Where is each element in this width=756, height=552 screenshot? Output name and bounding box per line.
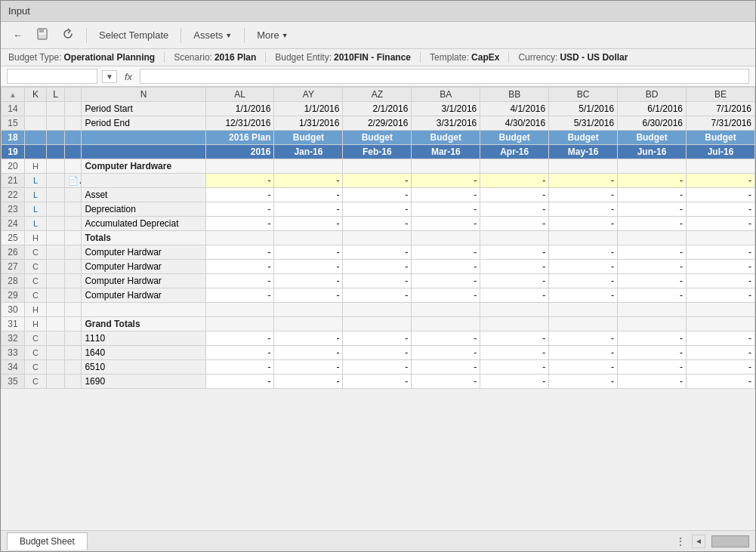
cell-bc[interactable] <box>549 231 618 245</box>
cell-ba[interactable] <box>412 159 480 174</box>
cell-bc[interactable]: May-16 <box>549 145 618 159</box>
cell-ay[interactable]: - <box>274 217 343 231</box>
cell-al[interactable]: - <box>205 346 274 360</box>
cell-bc[interactable]: - <box>549 274 618 288</box>
cell-ay[interactable]: - <box>274 375 343 389</box>
table-row[interactable]: 30H <box>2 303 755 317</box>
cell-be[interactable]: - <box>687 217 755 231</box>
cell-be[interactable]: - <box>687 360 755 375</box>
cell-ay[interactable]: 1/1/2016 <box>274 102 343 116</box>
more-button[interactable]: More ▼ <box>252 27 293 43</box>
table-row[interactable]: 28CComputer Hardwar-------- <box>2 274 755 288</box>
col-header-az[interactable]: AZ <box>343 88 412 102</box>
cell-al[interactable] <box>205 159 274 174</box>
cell-bb[interactable]: Apr-16 <box>480 145 549 159</box>
table-row[interactable]: 29CComputer Hardwar-------- <box>2 288 755 303</box>
cell-al[interactable]: - <box>205 188 274 202</box>
cell-ay[interactable]: Budget <box>274 131 343 145</box>
save-button[interactable] <box>32 26 53 45</box>
cell-bb[interactable]: - <box>480 375 549 389</box>
cell-az[interactable]: Budget <box>343 131 412 145</box>
cell-al[interactable]: - <box>205 217 274 231</box>
cell-az[interactable] <box>343 303 412 317</box>
cell-be[interactable] <box>687 159 755 174</box>
cell-bd[interactable]: - <box>618 217 687 231</box>
cell-bc[interactable]: Budget <box>549 131 618 145</box>
cell-bc[interactable]: 5/31/2016 <box>549 116 618 131</box>
cell-az[interactable]: 2/1/2016 <box>343 102 412 116</box>
cell-al[interactable]: - <box>205 288 274 303</box>
cell-az[interactable]: - <box>343 360 412 375</box>
cell-bd[interactable]: 6/1/2016 <box>618 102 687 116</box>
col-header-bd[interactable]: BD <box>618 88 687 102</box>
cell-ba[interactable] <box>412 231 480 245</box>
cell-az[interactable]: - <box>343 217 412 231</box>
col-header-al[interactable]: AL <box>205 88 274 102</box>
cell-ba[interactable]: - <box>412 274 480 288</box>
cell-ay[interactable]: - <box>274 346 343 360</box>
table-row[interactable]: 14Period Start1/1/20161/1/20162/1/20163/… <box>2 102 755 116</box>
cell-az[interactable]: - <box>343 260 412 274</box>
cell-bb[interactable] <box>480 303 549 317</box>
cell-bc[interactable]: - <box>549 332 618 346</box>
cell-az[interactable]: - <box>343 332 412 346</box>
cell-bb[interactable]: - <box>480 202 549 217</box>
cell-be[interactable]: Budget <box>687 131 755 145</box>
col-header-bc[interactable]: BC <box>549 88 618 102</box>
cell-bd[interactable]: - <box>618 202 687 217</box>
cell-az[interactable]: - <box>343 274 412 288</box>
cell-bd[interactable]: Budget <box>618 131 687 145</box>
cell-be[interactable]: 7/1/2016 <box>687 102 755 116</box>
cell-al[interactable]: - <box>205 274 274 288</box>
cell-bd[interactable]: - <box>618 346 687 360</box>
cell-bd[interactable]: - <box>618 188 687 202</box>
table-row[interactable]: 27CComputer Hardwar-------- <box>2 260 755 274</box>
cell-be[interactable] <box>687 303 755 317</box>
cell-be[interactable]: 7/31/2016 <box>687 116 755 131</box>
table-row[interactable]: 21L📄-------- <box>2 174 755 188</box>
table-row[interactable]: 182016 PlanBudgetBudgetBudgetBudgetBudge… <box>2 131 755 145</box>
refresh-button[interactable] <box>57 26 79 45</box>
cell-ba[interactable]: - <box>412 346 480 360</box>
cell-bb[interactable]: - <box>480 360 549 375</box>
cell-bb[interactable]: - <box>480 288 549 303</box>
cell-ba[interactable]: - <box>412 332 480 346</box>
table-row[interactable]: 26CComputer Hardwar-------- <box>2 245 755 260</box>
cell-reference-input[interactable] <box>7 69 97 84</box>
back-button[interactable]: ← <box>8 27 27 43</box>
cell-ba[interactable]: 3/1/2016 <box>412 102 480 116</box>
cell-be[interactable]: Jul-16 <box>687 145 755 159</box>
cell-ay[interactable]: Jan-16 <box>274 145 343 159</box>
cell-bb[interactable]: Budget <box>480 131 549 145</box>
cell-ba[interactable]: - <box>412 375 480 389</box>
cell-al[interactable]: - <box>205 375 274 389</box>
cell-az[interactable]: - <box>343 375 412 389</box>
table-row[interactable]: 22LAsset-------- <box>2 188 755 202</box>
cell-be[interactable]: - <box>687 202 755 217</box>
cell-bc[interactable]: - <box>549 188 618 202</box>
cell-be[interactable]: - <box>687 346 755 360</box>
cell-az[interactable]: - <box>343 245 412 260</box>
col-header-k[interactable]: K <box>25 88 47 102</box>
cell-al[interactable]: 12/31/2016 <box>205 116 274 131</box>
table-row[interactable]: 35C1690-------- <box>2 375 755 389</box>
cell-bc[interactable]: - <box>549 174 618 188</box>
table-row[interactable]: 34C6510-------- <box>2 360 755 375</box>
cell-bd[interactable]: - <box>618 360 687 375</box>
tab-scrollbar[interactable] <box>711 535 749 547</box>
cell-az[interactable] <box>343 159 412 174</box>
cell-bb[interactable]: - <box>480 346 549 360</box>
cell-be[interactable]: - <box>687 288 755 303</box>
cell-ay[interactable]: 1/31/2016 <box>274 116 343 131</box>
cell-ay[interactable]: - <box>274 174 343 188</box>
cell-az[interactable]: 2/29/2016 <box>343 116 412 131</box>
cell-bc[interactable]: - <box>549 260 618 274</box>
cell-ay[interactable] <box>274 231 343 245</box>
col-header-n[interactable]: N <box>82 88 205 102</box>
cell-ba[interactable]: - <box>412 202 480 217</box>
cell-bb[interactable]: - <box>480 188 549 202</box>
cell-al[interactable] <box>205 303 274 317</box>
cell-bc[interactable] <box>549 303 618 317</box>
col-header-bb[interactable]: BB <box>480 88 549 102</box>
cell-az[interactable]: - <box>343 202 412 217</box>
